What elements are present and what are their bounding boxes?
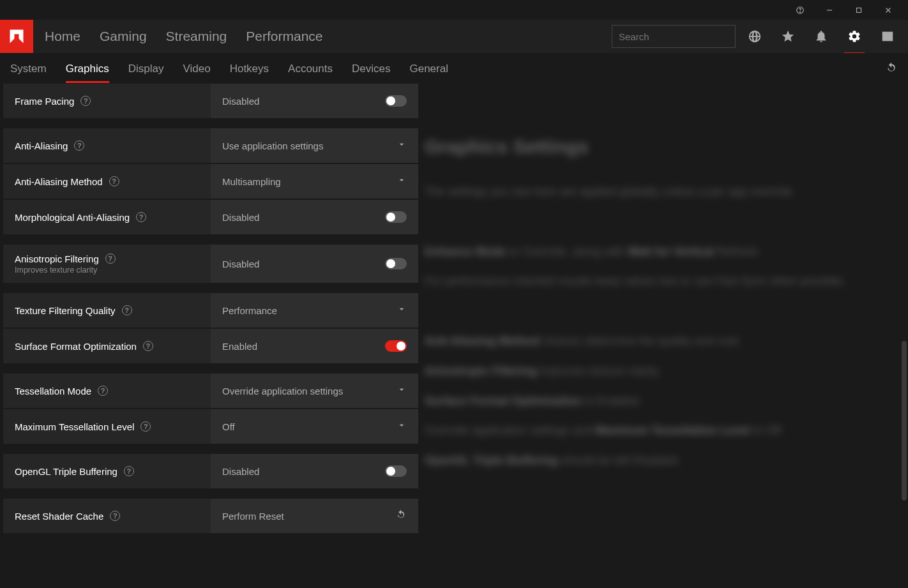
tab-video[interactable]: Video [183, 55, 210, 83]
setting-reset-shader-cache: Reset Shader Cache? Perform Reset [3, 499, 418, 533]
setting-value: Disabled [222, 466, 259, 477]
setting-value: Use application settings [222, 140, 323, 151]
setting-label: Tessellation Mode [15, 386, 91, 396]
setting-label: Anti-Aliasing [15, 140, 68, 151]
help-icon[interactable]: ? [110, 511, 120, 521]
setting-value: Performance [222, 305, 277, 316]
setting-surface-opt: Surface Format Optimization? Enabled [3, 329, 418, 363]
help-icon[interactable]: ? [109, 176, 119, 186]
setting-sublabel: Improves texture clarity [15, 266, 199, 275]
setting-triple-buffering: OpenGL Triple Buffering? Disabled [3, 454, 418, 488]
setting-value: Disabled [222, 259, 259, 269]
close-button[interactable] [874, 0, 903, 20]
tab-devices[interactable]: Devices [352, 55, 390, 83]
setting-label: Anti-Aliasing Method [15, 176, 103, 187]
setting-label: Anisotropic Filtering [15, 253, 99, 264]
toggle[interactable] [385, 95, 407, 107]
help-icon[interactable]: ? [98, 386, 108, 396]
sidebar-toggle-icon[interactable] [880, 29, 895, 44]
star-icon[interactable] [780, 29, 796, 44]
tab-graphics[interactable]: Graphics [66, 55, 109, 83]
chevron-down-icon [397, 420, 407, 433]
help-icon[interactable]: ? [74, 140, 84, 151]
setting-frame-pacing: Frame Pacing? Disabled [3, 84, 418, 118]
setting-value: Enabled [222, 341, 257, 352]
reset-all-button[interactable] [885, 61, 898, 77]
tab-system[interactable]: System [10, 55, 47, 83]
help-icon[interactable]: ? [143, 341, 153, 351]
dropdown[interactable]: Override application settings [211, 373, 418, 408]
chevron-down-icon [397, 175, 407, 188]
toggle[interactable] [385, 258, 407, 269]
svg-rect-2 [827, 10, 832, 10]
setting-value: Disabled [222, 212, 259, 223]
search-box[interactable] [612, 25, 736, 48]
web-icon[interactable] [747, 29, 762, 44]
toggle[interactable] [385, 340, 407, 352]
chevron-down-icon [397, 139, 407, 152]
help-icon[interactable]: ? [124, 466, 134, 476]
chevron-down-icon [397, 304, 407, 317]
setting-anti-aliasing: Anti-Aliasing? Use application settings [3, 128, 418, 163]
toggle[interactable] [385, 211, 407, 223]
help-panel: Graphics Settings The settings you see h… [425, 85, 908, 588]
help-icon[interactable]: ? [80, 96, 91, 106]
chevron-down-icon [397, 384, 407, 397]
perform-reset-button[interactable]: Perform Reset [211, 499, 418, 533]
setting-label: Surface Format Optimization [15, 341, 137, 352]
setting-tex-quality: Texture Filtering Quality? Performance [3, 293, 418, 328]
dropdown[interactable]: Off [211, 409, 418, 444]
tab-hotkeys[interactable]: Hotkeys [230, 55, 269, 83]
setting-value: Off [222, 421, 235, 432]
nav-performance[interactable]: Performance [246, 29, 322, 44]
setting-value: Multisampling [222, 176, 281, 187]
gear-icon[interactable] [847, 29, 862, 44]
app-header: Home Gaming Streaming Performance [0, 20, 908, 53]
setting-label: Morphological Anti-Aliasing [15, 212, 130, 223]
nav-streaming[interactable]: Streaming [166, 29, 227, 44]
scroll-thumb[interactable] [902, 341, 907, 501]
settings-list: Frame Pacing? Disabled Anti-Aliasing? Us… [3, 80, 418, 533]
setting-aa-method: Anti-Aliasing Method? Multisampling [3, 164, 418, 199]
help-title: Graphics Settings [425, 136, 882, 158]
header-icon-bar [747, 29, 908, 44]
nav-gaming[interactable]: Gaming [100, 29, 147, 44]
nav-home[interactable]: Home [45, 29, 80, 44]
dropdown[interactable]: Performance [211, 293, 418, 328]
dropdown[interactable]: Multisampling [211, 164, 418, 199]
minimize-button[interactable] [815, 0, 844, 20]
help-icon[interactable] [785, 0, 815, 20]
setting-tessellation-mode: Tessellation Mode? Override application … [3, 373, 418, 408]
scrollbar[interactable] [902, 86, 907, 584]
svg-rect-4 [883, 33, 893, 41]
setting-morph-aa: Morphological Anti-Aliasing? Disabled [3, 200, 418, 234]
content-area: Frame Pacing? Disabled Anti-Aliasing? Us… [0, 85, 908, 588]
reset-icon [395, 509, 407, 523]
tab-general[interactable]: General [409, 55, 448, 83]
search-input[interactable] [619, 31, 740, 42]
tab-display[interactable]: Display [128, 55, 164, 83]
help-icon[interactable]: ? [136, 212, 146, 222]
tab-accounts[interactable]: Accounts [288, 55, 333, 83]
window-titlebar [0, 0, 908, 20]
svg-point-1 [800, 11, 801, 12]
setting-label: Reset Shader Cache [15, 511, 103, 522]
setting-label: OpenGL Triple Buffering [15, 466, 117, 477]
toggle[interactable] [385, 465, 407, 477]
setting-label: Texture Filtering Quality [15, 305, 116, 316]
help-icon[interactable]: ? [105, 253, 116, 264]
amd-logo [0, 20, 33, 53]
setting-label: Frame Pacing [15, 96, 74, 107]
setting-value: Disabled [222, 96, 259, 107]
dropdown[interactable]: Use application settings [211, 128, 418, 163]
maximize-button[interactable] [844, 0, 874, 20]
help-icon[interactable]: ? [122, 305, 132, 315]
main-nav: Home Gaming Streaming Performance [33, 29, 612, 44]
setting-anisotropic: Anisotropic Filtering?Improves texture c… [3, 245, 418, 283]
setting-value: Override application settings [222, 386, 343, 396]
help-icon[interactable]: ? [140, 421, 151, 432]
svg-rect-3 [857, 8, 861, 12]
help-body: The settings you see here are applied gl… [425, 177, 882, 476]
setting-label: Maximum Tessellation Level [15, 421, 134, 432]
bell-icon[interactable] [813, 29, 829, 44]
